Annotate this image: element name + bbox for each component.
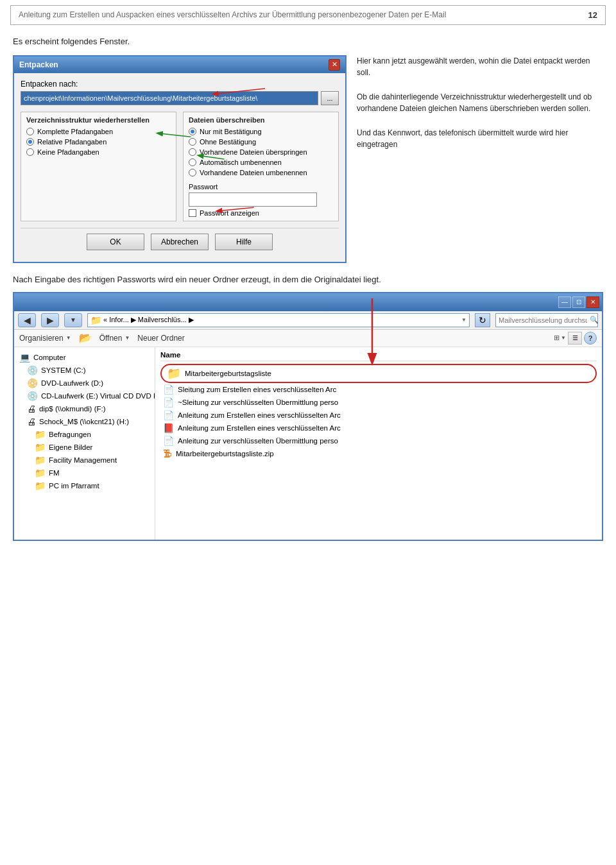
tree-item-system-c[interactable]: 💿 SYSTEM (C:)	[14, 364, 155, 377]
maximize-button[interactable]: ⊡	[572, 296, 585, 308]
folder-icon: 📁	[90, 315, 101, 325]
file-item-anleitung-word-1[interactable]: 📄 Anleitung zum Erstellen eines verschlü…	[160, 409, 597, 422]
eigene-bilder-icon: 📁	[35, 442, 46, 452]
show-password-checkbox[interactable]	[189, 209, 196, 217]
dialog-wrapper: Entpacken ✕ Entpacken nach: ...	[13, 55, 346, 263]
password-label: Passwort	[189, 183, 333, 191]
tree-item-schock-h[interactable]: 🖨 Schock_M$ (\\okcnt21) (H:)	[14, 415, 155, 428]
back-button[interactable]: ◀	[18, 313, 36, 327]
tree-computer-label: Computer	[33, 354, 66, 361]
details-view-button[interactable]: ☰	[568, 332, 582, 345]
tree-cd-e-label: CD-Laufwerk (E:) Virtual CD DVD Laufwer	[41, 392, 155, 400]
radio-relative-paths[interactable]: Relative Pfadangaben	[26, 138, 171, 146]
computer-icon: 💻	[19, 352, 30, 363]
organize-label: Organisieren	[19, 334, 64, 343]
file-item-sleitung-tilde[interactable]: 📄 ~Sleitung zur verschlüsselten Übermitt…	[160, 396, 597, 409]
word-icon-2: 📄	[163, 397, 174, 407]
radio-relative-paths-indicator	[26, 138, 34, 146]
annotation-3: Und das Kennwort, das telefonisch übermi…	[357, 127, 603, 150]
tree-item-dvd-d[interactable]: 📀 DVD-Laufwerk (D:)	[14, 377, 155, 390]
minimize-button[interactable]: —	[558, 296, 571, 308]
pc-pfarramt-icon: 📁	[35, 481, 46, 491]
tree-system-c-label: SYSTEM (C:)	[41, 366, 86, 374]
tree-item-facility-management[interactable]: 📁 Facility Management	[14, 454, 155, 467]
dvd-d-icon: 📀	[27, 378, 38, 388]
path-input[interactable]	[21, 91, 318, 105]
after-text: Nach Eingabe des richtigen Passworts wir…	[13, 275, 603, 284]
content-area: Es erscheint folgendes Fenster. Entpacke…	[0, 30, 616, 554]
anleitung-word-2-label: Anleitung zur verschlüsselten Übermittlu…	[178, 437, 338, 445]
tree-befragungen-label: Befragungen	[49, 431, 91, 438]
grid-view-icon: ⊞	[554, 334, 560, 342]
view-dropdown-icon: ▼	[561, 335, 566, 341]
close-button[interactable]: ✕	[586, 296, 599, 308]
address-dropdown-icon[interactable]: ▼	[461, 317, 466, 323]
new-folder-label: Neuer Ordner	[137, 334, 184, 343]
tree-item-befragungen[interactable]: 📁 Befragungen	[14, 428, 155, 441]
tree-item-dip-f[interactable]: 🖨 dip$ (\\okmundi) (F:)	[14, 402, 155, 415]
radio-no-confirm-indicator	[189, 138, 196, 146]
pdf-icon: 📕	[163, 423, 174, 433]
annotations-column: Hier kann jetzt ausgewählt werden, wohin…	[357, 55, 603, 263]
radio-rename-existing[interactable]: Vorhandene Dateien umbenennen	[189, 169, 333, 176]
radio-no-paths[interactable]: Keine Pfadangaben	[26, 148, 171, 156]
radio-no-confirm[interactable]: Ohne Bestätigung	[189, 138, 333, 146]
main-file-pane: Name 📁 Mitarbeitergeburtstagsliste 📄 Sle…	[155, 347, 602, 540]
radio-complete-paths[interactable]: Komplette Pfadangaben	[26, 128, 171, 135]
radio-auto-rename[interactable]: Automatisch umbenennen	[189, 158, 333, 166]
forward-button[interactable]: ▶	[41, 313, 59, 327]
tree-item-computer[interactable]: 💻 Computer	[14, 351, 155, 364]
anleitung-word-1-label: Anleitung zum Erstellen eines verschlüss…	[178, 411, 341, 419]
help-button[interactable]: Hilfe	[215, 234, 273, 250]
tree-item-eigene-bilder[interactable]: 📁 Eigene Bilder	[14, 441, 155, 454]
radio-rename-indicator	[189, 169, 196, 176]
organize-button[interactable]: Organisieren ▼	[19, 334, 71, 343]
open-button[interactable]: Öffnen ▼	[99, 334, 130, 343]
help-button-explorer[interactable]: ?	[584, 332, 597, 345]
radio-auto-rename-label: Automatisch umbenennen	[200, 158, 282, 166]
dialog-close-button[interactable]: ✕	[329, 59, 340, 71]
show-password-row[interactable]: Passwort anzeigen	[189, 209, 333, 217]
file-item-sleitung-word[interactable]: 📄 Sleitung zum Erstellen eines verschlüs…	[160, 383, 597, 396]
facility-management-icon: 📁	[35, 455, 46, 465]
tree-facility-management-label: Facility Management	[49, 456, 117, 464]
annotation-1: Hier kann jetzt ausgewählt werden, wohin…	[357, 55, 603, 78]
tree-item-fm[interactable]: 📁 FM	[14, 467, 155, 479]
browse-button[interactable]: ...	[321, 91, 339, 105]
file-item-anleitung-pdf[interactable]: 📕 Anleitung zum Erstellen eines verschlü…	[160, 422, 597, 434]
path-row: ...	[21, 91, 339, 105]
search-input[interactable]	[499, 316, 587, 324]
overwrite-group-title: Dateien überschreiben	[189, 116, 333, 124]
up-button[interactable]: ▼	[64, 313, 82, 327]
radio-no-paths-indicator	[26, 148, 34, 156]
dialog-body: Entpacken nach: ... Verzeichnisstruktur …	[14, 73, 345, 262]
tree-schock-h-label: Schock_M$ (\\okcnt21) (H:)	[39, 418, 129, 425]
file-item-zip[interactable]: 🗜 Mitarbeitergeburtstagsliste.zip	[160, 447, 597, 460]
search-bar[interactable]: 🔍	[495, 313, 598, 327]
refresh-button[interactable]: ↻	[475, 313, 490, 327]
annotation-2: Ob die dahinterliegende Verzeichnisstruk…	[357, 91, 603, 114]
zip-label: Mitarbeitergeburtstagsliste.zip	[176, 450, 274, 458]
password-input-visual[interactable]	[189, 193, 317, 207]
dip-f-icon: 🖨	[27, 404, 36, 414]
cancel-button[interactable]: Abbrechen	[151, 234, 209, 250]
file-item-anleitung-word-2[interactable]: 📄 Anleitung zur verschlüsselten Übermitt…	[160, 434, 597, 447]
view-options[interactable]: ⊞ ▼	[554, 334, 566, 342]
tree-item-pc-pfarramt[interactable]: 📁 PC im Pfarramt	[14, 479, 155, 492]
new-folder-button[interactable]: Neuer Ordner	[137, 334, 184, 343]
extract-to-label: Entpacken nach:	[21, 80, 339, 89]
radio-confirm-overwrite[interactable]: Nur mit Bestätigung	[189, 128, 333, 135]
word-icon-4: 📄	[163, 436, 174, 446]
radio-skip-existing[interactable]: Vorhandene Dateien überspringen	[189, 148, 333, 156]
name-column-header: Name	[160, 351, 597, 361]
sidebar-tree: 💻 Computer 💿 SYSTEM (C:) 📀 DVD-Laufwerk …	[14, 347, 155, 540]
page-header: Anleitung zum Erstellen und Auspacken ei…	[10, 5, 606, 25]
sleitung-tilde-label: ~Sleitung zur verschlüsselten Übermittlu…	[178, 398, 338, 406]
intro-text: Es erscheint folgendes Fenster.	[13, 37, 603, 46]
tree-item-cd-e[interactable]: 💿 CD-Laufwerk (E:) Virtual CD DVD Laufwe…	[14, 390, 155, 402]
ok-button[interactable]: OK	[87, 234, 144, 250]
open-folder-icon: 📂	[79, 332, 92, 344]
system-c-icon: 💿	[27, 365, 38, 375]
address-bar[interactable]: 📁 « Infor... ▶ Mailverschlüs... ▶ ▼	[87, 313, 470, 327]
file-item-mitarbeiter-folder[interactable]: 📁 Mitarbeitergeburtstagsliste	[160, 364, 597, 383]
